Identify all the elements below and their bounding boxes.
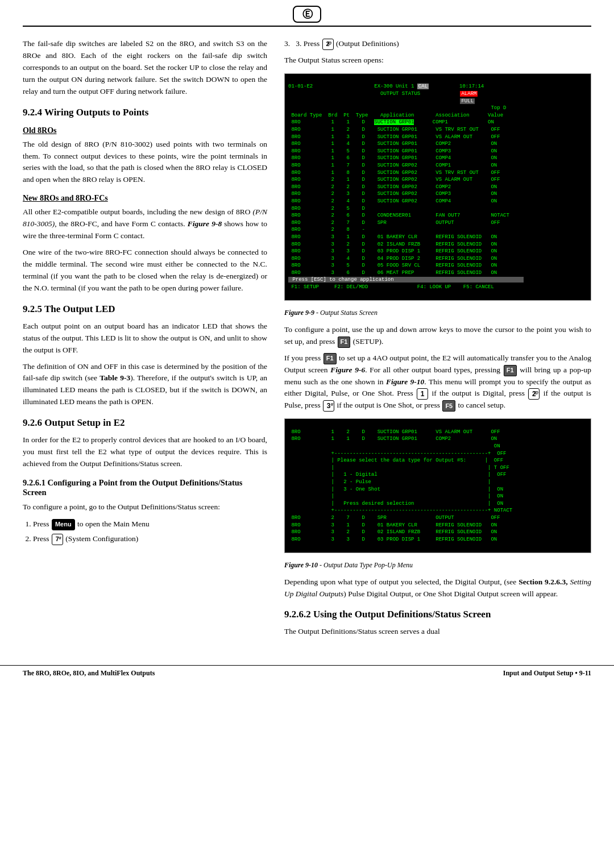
key-f1-detail[interactable]: F1: [323, 353, 337, 364]
output-status-opens: The Output Status screen opens:: [284, 55, 591, 67]
subsection-new8ro: New 8ROs and 8RO-FCs: [23, 194, 267, 203]
section-924-title: 9.2.4 Wiring Outputs to Points: [23, 107, 267, 118]
key-f5-cancel[interactable]: F5: [442, 400, 455, 412]
para-depending: Depending upon what type of output you s…: [284, 576, 591, 600]
step-1: Press Menu to open the Main Menu: [33, 518, 267, 530]
key-2-top[interactable]: @2: [322, 39, 334, 50]
para-configure: To configure a point, use the up and dow…: [284, 324, 591, 348]
step-3-line: 3. 3. Press @2 (Output Definitions): [284, 38, 591, 50]
figure-9-9-caption: Figure 9-9 - Output Status Screen: [284, 308, 591, 318]
subsection-old8ro: Old 8ROs: [23, 126, 267, 135]
intro-paragraph: The fail-safe dip switches are labeled S…: [23, 38, 267, 98]
footer-left: The 8RO, 8ROe, 8IO, and MultiFlex Output…: [23, 669, 155, 678]
step3-prefix: 3. Press: [296, 39, 320, 48]
section-926-title: 9.2.6 Output Setup in E2: [23, 417, 267, 429]
text-9261: To configure a point, go to the Output D…: [23, 501, 267, 513]
text-925-2: The definition of ON and OFF in this cas…: [23, 361, 267, 409]
key-2-pulse[interactable]: @2: [528, 388, 540, 400]
text-9262: The Output Definitions/Status screen ser…: [284, 626, 591, 638]
left-column: The fail-safe dip switches are labeled S…: [23, 38, 267, 642]
step3-suffix: (Output Definitions): [336, 39, 399, 48]
page-footer: The 8RO, 8ROe, 8IO, and MultiFlex Output…: [0, 665, 614, 681]
screen-inner-2: 8RO 1 2 D SUCTION GRP01 VS ALARM OUT OFF…: [285, 419, 591, 553]
section-9261-title: 9.2.6.1 Configuring a Point from the Out…: [23, 478, 267, 497]
key-f1-config[interactable]: F1: [338, 337, 351, 348]
section-925-title: 9.2.5 The Output LED: [23, 304, 267, 315]
key-1-digital[interactable]: 1: [417, 388, 428, 400]
figure-9-10-caption: Figure 9-10 - Output Data Type Pop-Up Me…: [284, 560, 591, 571]
output-status-screen: 01-01-E2 EX-300 Unit 1 CAL 10:17:14 OUTP…: [284, 73, 591, 301]
footer-right: Input and Output Setup • 9-11: [503, 669, 591, 678]
para-f1-detail: If you press F1 to set up a 4AO output p…: [284, 352, 591, 412]
main-content: The fail-safe dip switches are labeled S…: [0, 27, 614, 654]
step-2: Press #7 (System Configuration): [33, 533, 267, 545]
key-7[interactable]: #7: [52, 534, 63, 545]
text-old8ro: The old design of 8RO (P/N 810-3002) use…: [23, 139, 267, 186]
text-new8ro2: One wire of the two-wire 8RO-FC connecti…: [23, 247, 267, 294]
top-logo-area: Ⓔ: [23, 0, 591, 27]
text-925-1: Each output point on an output board has…: [23, 321, 267, 356]
e2-logo: Ⓔ: [293, 6, 321, 23]
text-926-1: In order for the E2 to properly control …: [23, 434, 267, 470]
right-column: 3. 3. Press @2 (Output Definitions) The …: [284, 38, 591, 642]
output-popup-screen: 8RO 1 2 D SUCTION GRP01 VS ALARM OUT OFF…: [284, 418, 591, 553]
section-9262-title: 9.2.6.2 Using the Output Definitions/Sta…: [284, 609, 591, 620]
key-f1-other[interactable]: F1: [504, 365, 517, 376]
step-list: Press Menu to open the Main Menu Press #…: [33, 518, 267, 545]
screen-inner-1: 01-01-E2 EX-300 Unit 1 CAL 10:17:14 OUTP…: [285, 74, 591, 300]
menu-key[interactable]: Menu: [52, 519, 75, 530]
text-new8ro: All other E2-compatible output boards, i…: [23, 206, 267, 242]
key-3-oneshot[interactable]: #3: [323, 400, 334, 412]
